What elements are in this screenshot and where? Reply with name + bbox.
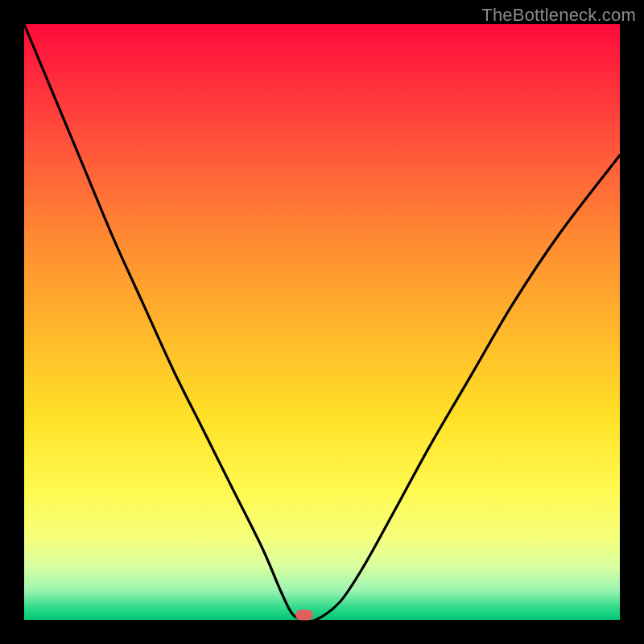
plot-area	[24, 24, 620, 620]
bottleneck-curve	[24, 24, 620, 620]
optimum-marker	[295, 610, 313, 621]
chart-frame: TheBottleneck.com	[0, 0, 644, 644]
watermark-text: TheBottleneck.com	[481, 5, 636, 26]
